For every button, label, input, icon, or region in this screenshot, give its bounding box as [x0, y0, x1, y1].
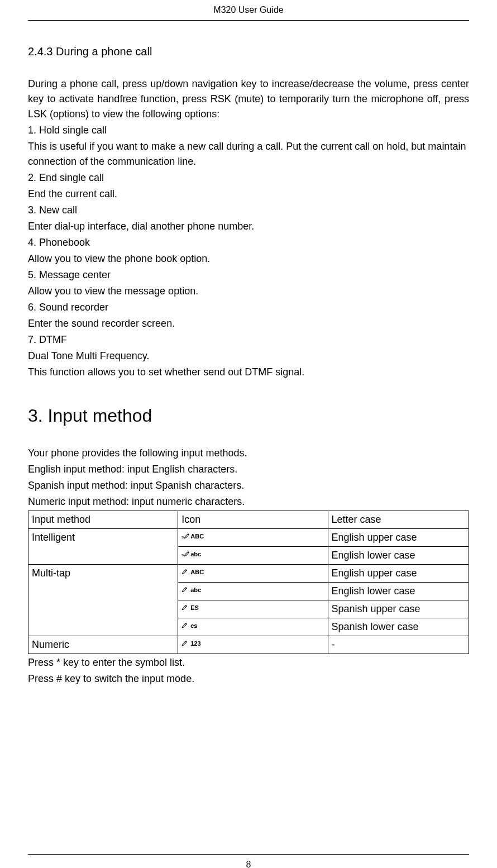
- option-title: 2. End single call: [28, 170, 469, 185]
- option-title: 4. Phonebook: [28, 235, 469, 250]
- input-icon-cell: sABC: [178, 529, 328, 547]
- option-title: 3. New call: [28, 203, 469, 218]
- option-desc: Enter the sound recorder screen.: [28, 316, 469, 331]
- option-desc: Allow you to view the message option.: [28, 284, 469, 299]
- letter-case-cell: English lower case: [328, 547, 469, 565]
- section-intro: During a phone call, press up/down navig…: [28, 77, 469, 122]
- input-icon-cell: ES: [178, 600, 328, 618]
- table-header-cell: Icon: [178, 511, 328, 529]
- input-intro-3: Spanish input method: input Spanish char…: [28, 478, 469, 493]
- input-intro-1: Your phone provides the following input …: [28, 446, 469, 461]
- input-icon-cell: ABC: [178, 565, 328, 583]
- letter-case-cell: English upper case: [328, 529, 469, 547]
- letter-case-cell: Spanish lower case: [328, 618, 469, 636]
- dtmf-extra: This function allows you to set whether …: [28, 365, 469, 380]
- letter-case-cell: -: [328, 636, 469, 654]
- header-title: M320 User Guide: [213, 5, 283, 15]
- input-method-cell: Numeric: [28, 636, 178, 654]
- input-icon-cell: 123: [178, 636, 328, 654]
- input-method-cell: Intelligent: [28, 529, 178, 565]
- option-title: 7. DTMF: [28, 332, 469, 347]
- option-desc: Allow you to view the phone book option.: [28, 251, 469, 266]
- option-desc: Dual Tone Multi Frequency.: [28, 349, 469, 364]
- table-header-cell: Input method: [28, 511, 178, 529]
- note-star-key: Press * key to enter the symbol list.: [28, 655, 469, 670]
- input-icon-cell: abc: [178, 583, 328, 600]
- page-header: M320 User Guide: [28, 0, 469, 21]
- note-hash-key: Press # key to switch the input mode.: [28, 671, 469, 686]
- input-intro-4: Numeric input method: input numeric char…: [28, 494, 469, 509]
- input-icon-cell: sabc: [178, 547, 328, 565]
- svg-text:s: s: [181, 535, 184, 540]
- letter-case-cell: Spanish upper case: [328, 600, 469, 618]
- input-method-cell: Multi-tap: [28, 565, 178, 636]
- input-method-table: Input methodIconLetter caseIntelligentsA…: [28, 511, 469, 654]
- option-title: 6. Sound recorder: [28, 300, 469, 315]
- options-list: 1. Hold single callThis is useful if you…: [28, 123, 469, 364]
- option-desc: Enter dial-up interface, dial another ph…: [28, 219, 469, 234]
- page-footer: 8: [28, 854, 469, 868]
- input-icon-cell: es: [178, 618, 328, 636]
- option-title: 5. Message center: [28, 268, 469, 283]
- section-3-heading: 3. Input method: [28, 402, 469, 429]
- letter-case-cell: English lower case: [328, 583, 469, 600]
- svg-text:s: s: [181, 552, 184, 557]
- option-title: 1. Hold single call: [28, 123, 469, 138]
- option-desc: This is useful if you want to make a new…: [28, 139, 469, 169]
- page-number: 8: [246, 860, 251, 868]
- section-2-4-3-heading: 2.4.3 During a phone call: [28, 43, 469, 60]
- input-intro-2: English input method: input English char…: [28, 462, 469, 477]
- letter-case-cell: English upper case: [328, 565, 469, 583]
- option-desc: End the current call.: [28, 187, 469, 202]
- table-header-cell: Letter case: [328, 511, 469, 529]
